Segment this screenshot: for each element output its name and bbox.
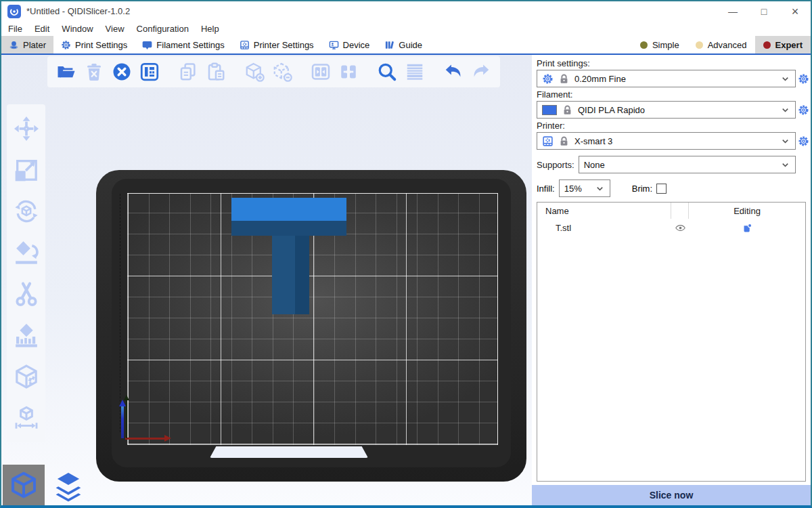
chevron-down-icon <box>780 105 790 115</box>
print-settings-row: 0.20mm Fine <box>537 70 811 87</box>
search-button[interactable] <box>377 62 397 82</box>
infill-label: Infill: <box>537 184 555 194</box>
model-t-top-face <box>231 198 346 221</box>
brim-checkbox[interactable] <box>656 184 667 194</box>
copy-button[interactable] <box>178 62 198 82</box>
menu-edit[interactable]: Edit <box>28 24 55 34</box>
filament-combo[interactable]: QIDI PLA Rapido <box>537 101 796 119</box>
supports-combo[interactable]: None <box>579 156 796 173</box>
filament-label: Filament: <box>537 89 811 100</box>
filament-row: QIDI PLA Rapido <box>537 101 811 119</box>
x-axis-arrow <box>125 438 164 440</box>
close-button[interactable]: × <box>780 1 811 22</box>
paint-on-supports-button[interactable] <box>12 320 41 350</box>
menu-file[interactable]: File <box>2 24 28 34</box>
split-objects-button[interactable] <box>311 62 331 82</box>
arrange-button[interactable] <box>139 62 160 82</box>
menu-help[interactable]: Help <box>195 24 225 34</box>
delete-all-button[interactable] <box>112 62 132 82</box>
editor-view-button[interactable] <box>3 465 45 505</box>
gear-icon <box>798 104 809 116</box>
mode-expert[interactable]: Expert <box>755 36 811 54</box>
seam-painting-button[interactable] <box>12 362 41 391</box>
object-list: Name Editing T.stl <box>537 202 806 482</box>
edit-object-button[interactable] <box>689 222 805 234</box>
slice-now-button[interactable]: Slice now <box>532 485 811 505</box>
printer-gear-button[interactable] <box>796 135 811 147</box>
add-instance-button[interactable] <box>244 62 265 82</box>
split-volumes-button[interactable] <box>338 62 359 82</box>
preview-view-button[interactable] <box>49 467 88 505</box>
model-t-front-face <box>231 221 346 236</box>
filament-color-swatch <box>542 105 557 115</box>
simple-dot-icon <box>640 41 648 49</box>
mode-simple[interactable]: Simple <box>632 36 687 54</box>
measure-button[interactable] <box>12 403 41 433</box>
menu-view[interactable]: View <box>99 24 131 34</box>
remove-instance-button[interactable] <box>272 62 292 82</box>
viewport-3d[interactable] <box>1 55 532 505</box>
mode-switcher: Simple Advanced Expert <box>632 36 811 54</box>
axis-guide-line <box>120 194 120 432</box>
mode-advanced[interactable]: Advanced <box>687 36 755 54</box>
device-icon <box>329 40 339 50</box>
object-name: T.stl <box>537 223 671 233</box>
tab-device[interactable]: Device <box>321 36 378 54</box>
variable-layer-height-button[interactable] <box>405 62 425 82</box>
object-row[interactable]: T.stl <box>537 219 805 236</box>
model-t-stem <box>272 236 309 314</box>
tab-label: Guide <box>399 40 422 50</box>
window-title: *Untitled - QIDISlicer-1.0.2 <box>26 6 130 16</box>
eye-icon <box>675 222 686 234</box>
printer-icon <box>542 135 554 147</box>
expert-dot-icon <box>763 41 771 49</box>
filament-gear-button[interactable] <box>796 104 811 116</box>
view-mode-toggles <box>3 465 88 505</box>
lock-icon <box>562 104 573 116</box>
tab-label: Plater <box>23 40 46 50</box>
advanced-dot-icon <box>696 41 703 49</box>
lock-icon <box>558 135 570 147</box>
titlebar: *Untitled - QIDISlicer-1.0.2 — □ × <box>1 1 811 21</box>
tab-plater[interactable]: Plater <box>1 36 53 54</box>
move-button[interactable] <box>12 114 41 144</box>
print-settings-combo[interactable]: 0.20mm Fine <box>537 70 796 87</box>
filament-icon <box>142 40 152 50</box>
print-settings-gear-button[interactable] <box>796 73 811 85</box>
supports-value: None <box>584 160 605 170</box>
printer-value: X-smart 3 <box>574 136 612 146</box>
rotate-button[interactable] <box>12 196 41 226</box>
column-name: Name <box>537 203 671 219</box>
menu-window[interactable]: Window <box>55 24 99 34</box>
place-on-face-button[interactable] <box>12 238 41 268</box>
bed-handle-notch <box>210 446 368 458</box>
redo-button[interactable] <box>471 62 491 82</box>
printer-combo[interactable]: X-smart 3 <box>537 132 796 150</box>
visibility-toggle[interactable] <box>671 222 689 234</box>
minimize-button[interactable]: — <box>717 1 748 22</box>
menubar: File Edit Window View Configuration Help <box>1 21 811 36</box>
delete-button[interactable] <box>84 62 104 82</box>
cut-button[interactable] <box>12 279 41 309</box>
supports-label: Supports: <box>537 160 574 170</box>
tab-filament-settings[interactable]: Filament Settings <box>135 36 231 54</box>
main-area: Print settings: 0.20mm Fine <box>1 55 811 505</box>
maximize-button[interactable]: □ <box>748 1 780 22</box>
tab-label: Print Settings <box>75 40 127 50</box>
tab-print-settings[interactable]: Print Settings <box>53 36 135 54</box>
chevron-down-icon <box>780 160 790 170</box>
menu-configuration[interactable]: Configuration <box>131 24 195 34</box>
edit-icon <box>742 222 753 234</box>
gear-icon <box>61 40 71 50</box>
infill-combo[interactable]: 15% <box>559 179 610 197</box>
scale-button[interactable] <box>12 155 41 185</box>
paste-button[interactable] <box>206 62 226 82</box>
open-button[interactable] <box>56 62 76 82</box>
tab-printer-settings[interactable]: Printer Settings <box>232 36 321 54</box>
printer-row: X-smart 3 <box>537 132 811 150</box>
guide-icon <box>384 40 394 50</box>
tab-guide[interactable]: Guide <box>377 36 430 54</box>
chevron-down-icon <box>780 74 790 84</box>
undo-button[interactable] <box>443 62 464 82</box>
plater-icon <box>9 40 19 50</box>
